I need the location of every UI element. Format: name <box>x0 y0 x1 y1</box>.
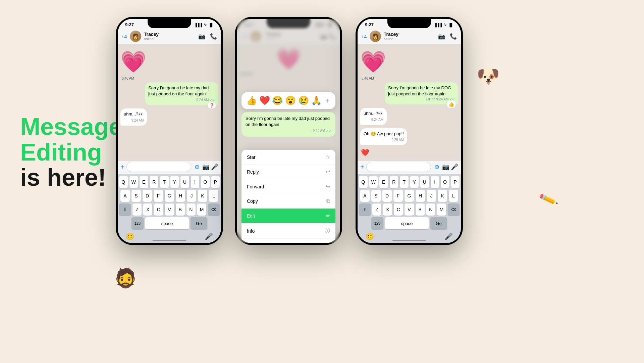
plus-button-3[interactable]: + <box>360 163 364 171</box>
key-e[interactable]: E <box>140 176 148 188</box>
key-o-3[interactable]: O <box>441 176 449 188</box>
reaction-pray[interactable]: 🙏 <box>311 95 322 106</box>
key-p[interactable]: P <box>211 176 220 188</box>
key-q-3[interactable]: Q <box>359 176 368 188</box>
key-go[interactable]: Go <box>191 217 207 229</box>
key-y[interactable]: Y <box>170 176 179 188</box>
context-message-bubble: Sorry I'm gonna be late my dad just poop… <box>241 112 335 137</box>
key-space-3[interactable]: space <box>385 217 429 229</box>
key-x[interactable]: X <box>143 203 152 216</box>
key-backspace[interactable]: ⌫ <box>208 203 220 216</box>
key-q[interactable]: Q <box>119 176 128 188</box>
key-j[interactable]: J <box>187 190 196 202</box>
key-backspace-3[interactable]: ⌫ <box>448 203 460 216</box>
key-c[interactable]: C <box>154 203 163 216</box>
emoji-button-3[interactable]: 🙂 <box>366 232 374 240</box>
key-d-3[interactable]: D <box>382 190 392 202</box>
emoji-button[interactable]: 🙂 <box>126 232 134 240</box>
message-input[interactable] <box>126 162 191 172</box>
key-f-3[interactable]: F <box>393 190 403 202</box>
key-a-3[interactable]: A <box>360 190 370 202</box>
key-123[interactable]: 123 <box>131 217 144 229</box>
reaction-cry[interactable]: 😢 <box>298 95 309 106</box>
sticker-button[interactable]: ⊕ <box>195 163 200 171</box>
menu-item-forward[interactable]: Forward ↪ <box>241 179 335 194</box>
phone-call-icon-3[interactable]: 📞 <box>450 33 457 40</box>
key-t[interactable]: T <box>160 176 169 188</box>
key-a[interactable]: A <box>120 190 130 202</box>
key-y-3[interactable]: Y <box>410 176 419 188</box>
menu-item-star[interactable]: Star ☆ <box>241 150 335 165</box>
mic-button[interactable]: 🎤 <box>211 163 218 171</box>
key-u[interactable]: U <box>180 176 189 188</box>
menu-item-reply[interactable]: Reply ↩ <box>241 165 335 179</box>
sticker-message: 💗 8:46 AM <box>120 47 218 80</box>
key-s[interactable]: S <box>131 190 141 202</box>
key-go-3[interactable]: Go <box>430 217 447 229</box>
key-r[interactable]: R <box>150 176 159 188</box>
key-k-3[interactable]: K <box>438 190 447 202</box>
key-d[interactable]: D <box>143 190 152 202</box>
key-l[interactable]: L <box>209 190 218 202</box>
key-x-3[interactable]: X <box>383 203 392 216</box>
mic-button-3[interactable]: 🎤 <box>451 163 458 171</box>
key-h[interactable]: H <box>176 190 185 202</box>
info-icon: ⓘ <box>325 227 330 234</box>
key-l-3[interactable]: L <box>449 190 458 202</box>
more-reactions-button[interactable]: ＋ <box>324 96 331 105</box>
back-button[interactable]: ‹ 4 <box>122 33 127 39</box>
reaction-laugh[interactable]: 😂 <box>272 95 283 106</box>
key-j-3[interactable]: J <box>427 190 436 202</box>
plus-button[interactable]: + <box>120 163 124 171</box>
key-k[interactable]: K <box>198 190 207 202</box>
menu-item-copy[interactable]: Copy ⧉ <box>241 194 335 209</box>
keyboard: Q W E R T Y U I O P A S D F G H <box>118 174 221 243</box>
key-shift[interactable]: ⇧ <box>119 203 131 216</box>
key-w[interactable]: W <box>129 176 138 188</box>
camera-button[interactable]: 📷 <box>202 163 210 171</box>
key-r-3[interactable]: R <box>390 176 398 188</box>
key-z-3[interactable]: Z <box>372 203 381 216</box>
key-i[interactable]: I <box>191 176 200 188</box>
key-u-3[interactable]: U <box>420 176 429 188</box>
key-n-3[interactable]: N <box>426 203 435 216</box>
key-v[interactable]: V <box>165 203 174 216</box>
key-t-3[interactable]: T <box>400 176 409 188</box>
key-g[interactable]: G <box>165 190 174 202</box>
key-m[interactable]: M <box>197 203 206 216</box>
reaction-heart[interactable]: ❤️ <box>259 95 270 106</box>
key-g-3[interactable]: G <box>405 190 414 202</box>
menu-item-info[interactable]: Info ⓘ <box>241 223 335 239</box>
key-h-3[interactable]: H <box>416 190 425 202</box>
back-button-3[interactable]: ‹ 4 <box>362 33 367 39</box>
key-m-3[interactable]: M <box>437 203 446 216</box>
message-input-3[interactable] <box>366 162 431 172</box>
key-s-3[interactable]: S <box>371 190 381 202</box>
mic-bottom-button[interactable]: 🎤 <box>205 232 213 240</box>
key-123-3[interactable]: 123 <box>371 217 383 229</box>
key-i-3[interactable]: I <box>431 176 439 188</box>
key-n[interactable]: N <box>186 203 196 216</box>
key-e-3[interactable]: E <box>379 176 388 188</box>
sticker-button-3[interactable]: ⊕ <box>434 163 439 171</box>
video-call-icon-3[interactable]: 📷 <box>438 33 445 40</box>
key-c-3[interactable]: C <box>394 203 403 216</box>
key-f[interactable]: F <box>154 190 163 202</box>
phone-call-icon[interactable]: 📞 <box>210 33 217 40</box>
key-o[interactable]: O <box>201 176 210 188</box>
menu-item-delete[interactable]: Delete 🗑 <box>241 239 335 243</box>
key-space[interactable]: space <box>145 217 189 229</box>
camera-button-3[interactable]: 📷 <box>442 163 449 171</box>
key-w-3[interactable]: W <box>369 176 378 188</box>
key-p-3[interactable]: P <box>451 176 460 188</box>
key-b[interactable]: B <box>176 203 185 216</box>
reaction-thumbs-up[interactable]: 👍 <box>246 95 257 106</box>
key-z[interactable]: Z <box>132 203 142 216</box>
key-b-3[interactable]: B <box>416 203 425 216</box>
menu-item-edit[interactable]: Edit ✏ <box>241 209 335 223</box>
key-shift-3[interactable]: ⇧ <box>359 203 371 216</box>
mic-bottom-button-3[interactable]: 🎤 <box>444 232 453 240</box>
key-v-3[interactable]: V <box>405 203 414 216</box>
reaction-wow[interactable]: 😮 <box>285 95 296 106</box>
video-call-icon[interactable]: 📷 <box>198 33 205 40</box>
